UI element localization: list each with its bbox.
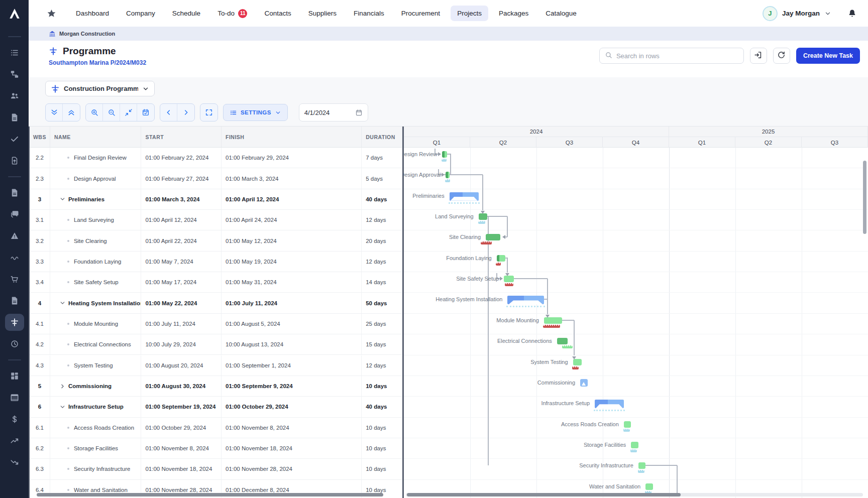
gantt-horizontal-scrollbar[interactable] [407, 493, 681, 496]
user-menu[interactable]: J Jay Morgan [763, 6, 831, 21]
table-row-6.2[interactable]: 6.2Storage Facilities01:00 November 8, 2… [30, 438, 402, 459]
cell-duration: 10 days [362, 438, 402, 458]
table-row-4.2[interactable]: 4.2Electrical Connections10:00 July 29, … [30, 334, 402, 355]
fullscreen-button[interactable] [200, 104, 218, 121]
table-row-3.2[interactable]: 3.2Site Clearing01:00 April 22, 202401:0… [30, 230, 402, 251]
chevron-down-icon[interactable] [59, 196, 66, 202]
table-row-2.2[interactable]: 2.2Final Design Review01:00 February 22,… [30, 148, 402, 168]
task-bar-6.3[interactable] [638, 462, 645, 469]
notifications-bell-icon[interactable] [847, 9, 857, 18]
summary-bar-4[interactable] [507, 296, 544, 304]
gantt-vertical-scrollbar[interactable] [863, 161, 866, 234]
cart-icon [10, 275, 19, 284]
nav-item-contacts[interactable]: Contacts [258, 6, 297, 21]
nav-item-projects[interactable]: Projects [451, 6, 488, 21]
sidebar-item-users[interactable] [5, 87, 24, 104]
settings-button[interactable]: SETTINGS [223, 104, 288, 121]
nav-item-suppliers[interactable]: Suppliers [302, 6, 343, 21]
sidebar-item-trend-down[interactable] [5, 454, 24, 471]
breadcrumb[interactable]: Morgan Construction [29, 27, 868, 41]
dependency-line [514, 278, 548, 279]
table-horizontal-scrollbar[interactable] [37, 493, 383, 496]
chevron-left-button[interactable] [160, 104, 177, 121]
column-header-wbs[interactable]: WBS [30, 127, 50, 147]
nav-item-catalogue[interactable]: Catalogue [539, 6, 583, 21]
column-header-duration[interactable]: DURATION [362, 127, 402, 147]
table-row-6.3[interactable]: 6.3Security Infrastructure01:00 November… [30, 459, 402, 479]
task-bar-4.2[interactable] [557, 338, 568, 344]
task-bar-3.2[interactable] [486, 234, 500, 240]
sidebar-item-warning[interactable] [5, 227, 24, 244]
sidebar-item-grid[interactable] [5, 367, 24, 385]
sidebar-item-list[interactable] [5, 44, 24, 61]
nav-item-dashboard[interactable]: Dashboard [69, 6, 116, 21]
dependency-arrow [572, 356, 576, 361]
sidebar-item-file-upload[interactable] [5, 152, 24, 169]
collapsed-summary-marker-5[interactable] [580, 379, 588, 387]
sidebar-item-dollar[interactable] [5, 411, 24, 428]
table-row-4.3[interactable]: 4.3System Testing01:00 August 20, 202401… [30, 355, 402, 376]
sidebar-item-table[interactable] [5, 389, 24, 406]
task-bar-3.3[interactable] [497, 255, 505, 262]
table-row-4[interactable]: 4Heating System Installation01:00 May 22… [30, 293, 402, 313]
export-button[interactable] [750, 48, 767, 64]
nav-item-company[interactable]: Company [120, 6, 162, 21]
sidebar-item-check[interactable] [5, 131, 24, 148]
column-header-name[interactable]: NAME [50, 127, 142, 147]
summary-bar-3[interactable] [450, 192, 479, 201]
baseline-dotted [594, 410, 625, 411]
cell-duration: 10 days [362, 418, 402, 438]
table-row-3.4[interactable]: 3.4Site Safety Setup01:00 May 17, 202401… [30, 272, 402, 293]
zoom-out-button[interactable] [103, 104, 120, 121]
sidebar-item-chat[interactable] [5, 206, 24, 223]
search-input[interactable] [616, 52, 738, 60]
sidebar-item-cart[interactable] [5, 271, 24, 288]
table-row-4.1[interactable]: 4.1Module Mounting01:00 July 11, 202401:… [30, 314, 402, 334]
column-header-start[interactable]: START [141, 127, 222, 147]
task-bar-6.1[interactable] [624, 421, 631, 428]
nav-item-procurement[interactable]: Procurement [395, 6, 447, 21]
table-row-6[interactable]: 6Infrastructure Setup01:00 September 19,… [30, 397, 402, 417]
nav-item-schedule[interactable]: Schedule [166, 6, 207, 21]
nav-item-to-do[interactable]: To-do11 [211, 5, 254, 22]
chevron-down-icon[interactable] [59, 404, 66, 410]
programme-selector[interactable]: Construction Programm [45, 81, 155, 96]
sidebar-item-document[interactable] [5, 184, 24, 201]
sidebar-item-document[interactable] [5, 292, 24, 309]
chevron-right-icon[interactable] [59, 383, 66, 390]
collapse-all-button[interactable] [46, 104, 63, 121]
task-bar-6.2[interactable] [631, 442, 638, 448]
task-bar-6.4[interactable] [645, 483, 653, 490]
favorite-star-icon[interactable] [47, 9, 56, 18]
create-new-task-button[interactable]: Create New Task [796, 48, 860, 64]
table-row-6.1[interactable]: 6.1Access Roads Creation01:00 October 29… [30, 418, 402, 438]
zoom-in-button[interactable] [86, 104, 103, 121]
table-row-5[interactable]: 5Commissioning01:00 August 30, 202401:00… [30, 376, 402, 397]
sidebar-item-document[interactable] [5, 109, 24, 126]
nav-item-packages[interactable]: Packages [492, 6, 535, 21]
column-header-finish[interactable]: FINISH [222, 127, 362, 147]
summary-bar-6[interactable] [595, 400, 624, 408]
table-row-3[interactable]: 3Preliminaries01:00 March 3, 202401:00 A… [30, 189, 402, 210]
refresh-button[interactable] [773, 48, 790, 64]
chevron-down-icon[interactable] [59, 300, 66, 306]
nav-item-financials[interactable]: Financials [347, 6, 391, 21]
calendar-check-button[interactable] [137, 104, 154, 121]
project-link[interactable]: Southampton Marina P/2024/M032 [49, 59, 146, 66]
table-row-2.3[interactable]: 2.3Design Approval01:00 February 27, 202… [30, 168, 402, 189]
sidebar-item-gantt[interactable] [5, 314, 24, 331]
sidebar-item-trend-up[interactable] [5, 432, 24, 449]
expand-all-button[interactable] [63, 104, 80, 121]
sidebar-item-hierarchy[interactable] [5, 66, 24, 83]
table-row-3.1[interactable]: 3.1Land Surveying01:00 April 12, 202401:… [30, 210, 402, 230]
chevron-right-button[interactable] [177, 104, 194, 121]
gantt-rowline [404, 251, 868, 252]
zoom-to-fit-button[interactable] [120, 104, 137, 121]
timeline-year-2024: 2024 [404, 127, 669, 137]
sidebar-item-activity[interactable] [5, 249, 24, 266]
app-logo[interactable] [0, 0, 29, 27]
pane-splitter[interactable] [402, 127, 404, 498]
date-input[interactable] [304, 109, 350, 116]
sidebar-item-clock[interactable] [5, 335, 24, 352]
table-row-3.3[interactable]: 3.3Foundation Laying01:00 May 7, 202401:… [30, 252, 402, 272]
